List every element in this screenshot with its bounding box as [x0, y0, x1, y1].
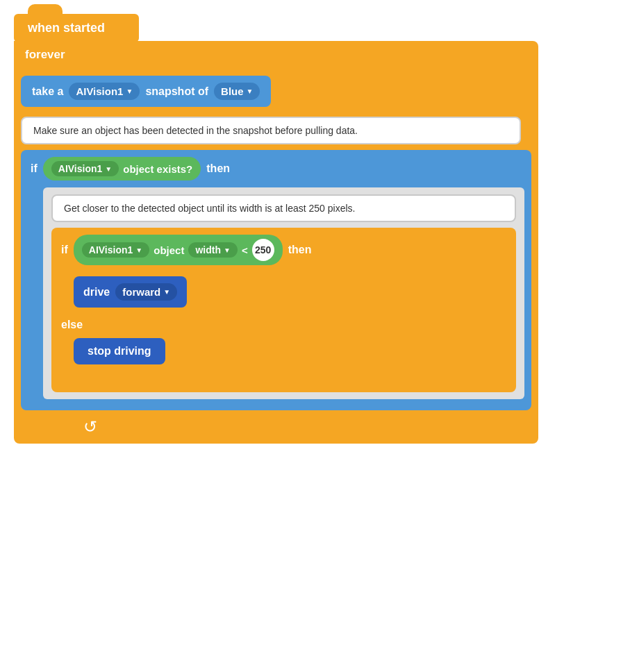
width-dropdown-arrow-icon: ▼ [224, 246, 231, 254]
drive-forward-block: drive forward ▼ [74, 276, 187, 308]
inner-orange-if-block: if AIVision1 ▼ object width ▼ [51, 228, 516, 392]
inner-if-header: if AIVision1 ▼ object width ▼ [51, 228, 516, 272]
outer-if-label: if [31, 162, 38, 175]
color-dropdown[interactable]: Blue ▼ [214, 83, 260, 100]
color-dropdown-arrow-icon: ▼ [247, 87, 254, 95]
outer-if-block: if AIVision1 ▼ object exists? then Get [21, 150, 531, 410]
when-started-block: when started [14, 14, 139, 42]
object-exists-label: object exists? [123, 163, 192, 175]
dropdown-arrow-icon: ▼ [126, 87, 133, 95]
inner-if-bottom-spacer [51, 370, 516, 387]
aivision1-dropdown-if[interactable]: AIVision1 ▼ [51, 161, 119, 176]
object-exists-condition: AIVision1 ▼ object exists? [43, 157, 201, 180]
forward-dropdown[interactable]: forward ▼ [115, 283, 177, 301]
else-label: else [51, 314, 516, 335]
drive-label: drive [83, 286, 110, 299]
if-body: drive forward ▼ [74, 272, 509, 312]
loop-arrow-container: ↺ [21, 410, 160, 444]
object-label: object [153, 244, 184, 256]
comment-block-1: Make sure an object has been detected in… [21, 117, 521, 144]
else-body: stop driving [74, 335, 509, 367]
if-dropdown-arrow-icon: ▼ [105, 165, 112, 173]
aivision1-dropdown-snapshot[interactable]: AIVision1 ▼ [69, 83, 140, 100]
forever-label: forever [14, 41, 538, 67]
outer-if-inner: Get closer to the detected object until … [43, 187, 524, 399]
width-dropdown[interactable]: width ▼ [188, 242, 237, 258]
outer-if-header: if AIVision1 ▼ object exists? then [21, 150, 531, 187]
take-prefix: take a [32, 85, 63, 98]
inner-then-label: then [288, 244, 312, 256]
width-vision-arrow-icon: ▼ [135, 246, 142, 254]
aivision1-dropdown-width[interactable]: AIVision1 ▼ [82, 242, 149, 258]
inner-if-label: if [61, 244, 68, 256]
forever-body: take a AIVision1 ▼ snapshot of Blue ▼ Ma… [14, 67, 538, 444]
snapshot-of-label: snapshot of [145, 85, 208, 98]
when-started-label: when started [28, 21, 105, 35]
forever-block: forever take a AIVision1 ▼ snapshot of B… [14, 41, 538, 444]
outer-then-label: then [206, 162, 230, 175]
forward-dropdown-arrow-icon: ▼ [163, 288, 170, 296]
value-250: 250 [252, 239, 274, 261]
operator-label: < [242, 244, 248, 256]
blocks-workspace: when started forever take a AIVision1 ▼ … [14, 14, 538, 444]
take-snapshot-block: take a AIVision1 ▼ snapshot of Blue ▼ [21, 76, 271, 107]
width-condition: AIVision1 ▼ object width ▼ < [74, 235, 283, 265]
stop-driving-block: stop driving [74, 338, 165, 364]
comment-block-2: Get closer to the detected object until … [51, 194, 516, 222]
loop-arrow-icon: ↺ [83, 417, 97, 437]
